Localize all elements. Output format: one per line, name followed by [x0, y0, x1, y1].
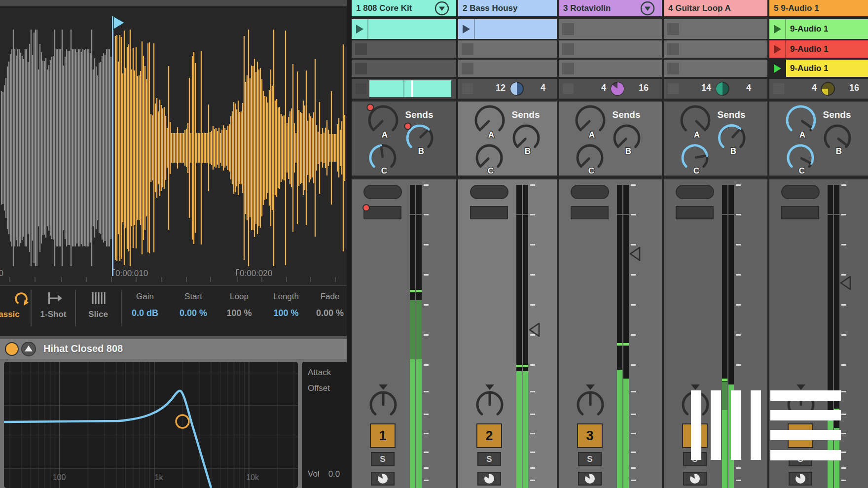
- send-knob-a[interactable]: A: [682, 106, 709, 139]
- sends-label: Sends: [612, 109, 640, 120]
- send-knob-c[interactable]: C: [578, 145, 602, 175]
- track-activator-button[interactable]: 4: [682, 423, 708, 448]
- automation-dot: [404, 123, 411, 129]
- clip-slot[interactable]: [559, 60, 662, 77]
- clip-slot[interactable]: [664, 60, 767, 77]
- arm-button[interactable]: [683, 472, 707, 486]
- track-activator-button[interactable]: 2: [476, 423, 502, 448]
- io-rect-button[interactable]: [676, 206, 714, 219]
- stop-button[interactable]: [562, 43, 574, 55]
- stop-button[interactable]: [667, 23, 679, 35]
- send-knob-a[interactable]: A: [577, 106, 604, 139]
- stop-button[interactable]: [563, 83, 574, 94]
- pan-dial[interactable]: [473, 381, 506, 417]
- solo-button[interactable]: S: [789, 452, 812, 466]
- send-knob-c[interactable]: C: [788, 145, 813, 175]
- track-delay-button[interactable]: [781, 185, 820, 199]
- track-header-1[interactable]: 1 808 Core Kit: [352, 0, 456, 18]
- stop-button[interactable]: [355, 63, 367, 74]
- meter-zero-mark: [834, 214, 839, 215]
- clip-play-button[interactable]: [352, 19, 368, 39]
- meter-level: [617, 370, 622, 488]
- clip-slot[interactable]: [352, 40, 456, 58]
- track-activator-button[interactable]: 1: [370, 423, 396, 448]
- io-rect-button[interactable]: [781, 206, 819, 219]
- clip-play-button[interactable]: [769, 60, 786, 77]
- clip-slot[interactable]: 9-Audio 1: [769, 40, 868, 58]
- clip-slot[interactable]: [458, 40, 557, 58]
- clip-slot[interactable]: 9-Audio 1: [769, 60, 868, 77]
- send-knob-c[interactable]: C: [370, 145, 395, 175]
- track-header-4[interactable]: 4 Guitar Loop A: [664, 0, 767, 18]
- svg-text:A: A: [488, 130, 494, 139]
- solo-button[interactable]: S: [578, 452, 602, 466]
- clip-slot[interactable]: [352, 60, 456, 77]
- stop-button[interactable]: [462, 43, 473, 55]
- volume-fader-handle[interactable]: [839, 275, 852, 291]
- stop-button[interactable]: [773, 83, 784, 94]
- send-knob-b[interactable]: B: [615, 126, 639, 156]
- send-knob-b[interactable]: B: [825, 126, 850, 156]
- arm-button[interactable]: [371, 472, 395, 486]
- send-knob-c[interactable]: C: [683, 145, 707, 175]
- clip-slot[interactable]: 9-Audio 1: [769, 19, 868, 39]
- track-delay-button[interactable]: [571, 185, 609, 199]
- solo-button[interactable]: S: [683, 452, 707, 466]
- arm-button[interactable]: [578, 472, 602, 486]
- meter-peak-line: [416, 290, 422, 292]
- send-knob-b[interactable]: B: [404, 123, 432, 156]
- clip-slot[interactable]: [352, 19, 456, 39]
- fader-scale-tick: [424, 334, 429, 336]
- meter-peak-line: [410, 290, 415, 292]
- clip-slot[interactable]: [559, 40, 662, 58]
- stop-button[interactable]: [667, 63, 679, 74]
- track-header-3[interactable]: 3 Rotaviolin: [559, 0, 662, 18]
- arm-button[interactable]: [789, 472, 812, 486]
- svg-text:C: C: [799, 166, 805, 175]
- stop-button[interactable]: [667, 43, 679, 55]
- pan-dial[interactable]: [784, 381, 818, 417]
- stop-button[interactable]: [462, 63, 473, 74]
- track-delay-button[interactable]: [676, 185, 714, 199]
- stop-button[interactable]: [356, 83, 366, 94]
- track-delay-button[interactable]: [470, 185, 508, 199]
- stop-button[interactable]: [355, 43, 367, 55]
- fader-scale-tick: [841, 214, 846, 215]
- chevron-down-icon[interactable]: [434, 1, 450, 17]
- send-knob-a[interactable]: A: [367, 104, 397, 139]
- stop-button[interactable]: [562, 63, 574, 74]
- pan-dial[interactable]: [366, 381, 400, 417]
- send-knob-a[interactable]: A: [787, 106, 815, 139]
- pan-dial[interactable]: [679, 381, 712, 417]
- track-header-2[interactable]: 2 Bass Housy: [458, 0, 557, 18]
- io-rect-button[interactable]: [571, 206, 609, 219]
- send-knob-a[interactable]: A: [476, 106, 504, 139]
- stop-button[interactable]: [462, 83, 473, 94]
- volume-fader-handle[interactable]: [629, 246, 642, 262]
- io-rect-button[interactable]: [470, 206, 508, 219]
- clip-slot[interactable]: [664, 40, 767, 58]
- clip-slot[interactable]: [458, 19, 557, 39]
- track-activator-button[interactable]: 3: [577, 423, 603, 448]
- clip-slot[interactable]: [664, 19, 767, 39]
- send-knob-b[interactable]: B: [719, 126, 744, 156]
- track-header-5[interactable]: 5 9-Audio 1: [769, 0, 868, 18]
- track-delay-button[interactable]: [363, 185, 402, 199]
- arm-button[interactable]: [477, 472, 501, 486]
- send-knob-c[interactable]: C: [477, 145, 502, 175]
- solo-button[interactable]: S: [477, 452, 501, 466]
- clip-slot[interactable]: [458, 60, 557, 77]
- stop-button[interactable]: [668, 83, 679, 94]
- chevron-down-icon[interactable]: [640, 1, 656, 17]
- clip-play-button[interactable]: [458, 19, 475, 39]
- clip-play-button[interactable]: [769, 40, 786, 58]
- volume-fader-handle[interactable]: [528, 322, 541, 338]
- send-knob-b[interactable]: B: [514, 126, 539, 156]
- track-activator-button[interactable]: 5: [788, 423, 813, 448]
- stop-button[interactable]: [562, 23, 574, 35]
- solo-button[interactable]: S: [371, 452, 395, 466]
- clip-play-button[interactable]: [769, 19, 786, 39]
- clip-slot[interactable]: [559, 19, 662, 39]
- fader-scale-tick: [530, 480, 535, 481]
- pan-dial[interactable]: [574, 381, 607, 417]
